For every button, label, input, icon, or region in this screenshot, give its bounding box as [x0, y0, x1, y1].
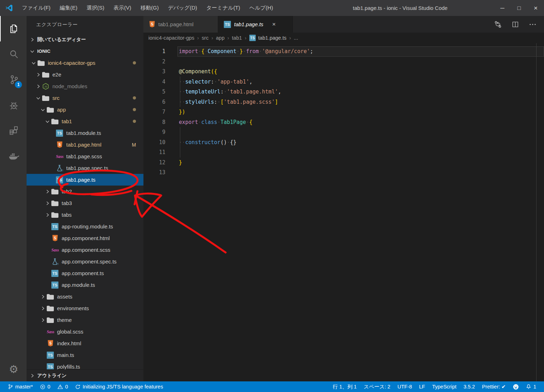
tree-item-polyfills.ts[interactable]: TSpolyfills.ts	[27, 361, 143, 369]
tree-item-label: app.component.spec.ts	[62, 259, 117, 265]
line-number: 1	[143, 46, 165, 57]
activitybar-docker[interactable]	[0, 143, 27, 169]
ts-file-icon: TS	[51, 223, 59, 230]
maximize-button[interactable]: □	[511, 0, 527, 16]
statusbar-right-item-3[interactable]: LF	[415, 381, 429, 392]
tree-item-index.html[interactable]: 5index.html	[27, 337, 143, 349]
statusbar-right-item-2[interactable]: UTF-8	[394, 381, 415, 392]
chevron-right-icon[interactable]	[35, 84, 42, 89]
html-file-icon: 5	[51, 235, 59, 242]
close-tab-icon[interactable]: ×	[272, 21, 276, 28]
activitybar-debug[interactable]	[0, 92, 27, 118]
activitybar-extensions[interactable]	[0, 118, 27, 143]
tree-item-main.ts[interactable]: TSmain.ts	[27, 349, 143, 361]
tree-item-tabs[interactable]: tabs	[27, 209, 143, 221]
tree-item-app.component.ts[interactable]: TSapp.component.ts	[27, 267, 143, 279]
tree-item-app[interactable]: app	[27, 104, 143, 115]
tree-item-tab1.module.ts[interactable]: TStab1.module.ts	[27, 127, 143, 139]
chevron-right-icon[interactable]	[35, 72, 42, 78]
chevron-right-icon[interactable]	[44, 212, 51, 218]
statusbar-right-item-5[interactable]: 3.5.2	[460, 381, 478, 392]
folder-file-icon	[46, 317, 54, 323]
activitybar-explorer[interactable]	[0, 16, 27, 41]
breadcrumb-app[interactable]: app	[216, 35, 225, 41]
tree-item-tab3[interactable]: tab3	[27, 197, 143, 209]
open-changes-button[interactable]	[494, 20, 502, 29]
breadcrumb-src[interactable]: src	[202, 35, 209, 41]
editor-tab-tab1.page.ts[interactable]: TStab1.page.ts×	[218, 16, 293, 33]
line-number: 4	[143, 77, 165, 87]
menu-2[interactable]: 選択(S)	[82, 0, 109, 16]
statusbar-left-branch[interactable]: master*	[4, 381, 36, 392]
tree-item-tab1.page.scss[interactable]: Sasstab1.page.scss	[27, 150, 143, 162]
code-line-7: 7})	[143, 107, 544, 117]
open-editors-section[interactable]: 開いているエディター	[27, 34, 143, 45]
tree-item-app.component.spec.ts[interactable]: TSapp.component.spec.ts	[27, 256, 143, 267]
statusbar-right-smiley[interactable]	[509, 381, 522, 392]
line-number: 6	[143, 97, 165, 107]
activitybar-settings[interactable]: ⚙	[0, 357, 27, 381]
chevron-down-icon[interactable]	[35, 95, 42, 101]
tree-item-ionic4-capacitor-gps[interactable]: ionic4-capacitor-gps	[27, 57, 143, 69]
statusbar-left-sync[interactable]: Initializing JS/TS language features	[72, 381, 166, 392]
menu-1[interactable]: 編集(E)	[55, 0, 82, 16]
chevron-right-icon[interactable]	[39, 317, 46, 323]
menu-0[interactable]: ファイル(F)	[17, 0, 55, 16]
tree-item-node_modules[interactable]: JSnode_modules	[27, 80, 143, 92]
statusbar-right-item-4[interactable]: TypeScript	[429, 381, 460, 392]
chevron-right-icon[interactable]	[39, 294, 46, 300]
activitybar-source-control[interactable]: 1	[0, 67, 27, 92]
tree-item-app.module.ts[interactable]: TSapp.module.ts	[27, 279, 143, 291]
statusbar-left-error[interactable]: 0	[36, 381, 54, 392]
menu-5[interactable]: デバッグ(D)	[163, 0, 202, 16]
tree-item-tab1[interactable]: tab1	[27, 115, 143, 127]
tree-item-theme[interactable]: theme	[27, 314, 143, 326]
chevron-down-icon[interactable]	[44, 119, 51, 124]
outline-section[interactable]: アウトライン	[27, 369, 143, 381]
tree-item-label: tab1.page.html	[66, 142, 101, 148]
chevron-down-icon[interactable]	[30, 60, 37, 66]
tree-item-environments[interactable]: environments	[27, 302, 143, 314]
statusbar-right-item-6[interactable]: Prettier: ✔	[478, 381, 509, 392]
statusbar-right-item-0[interactable]: 行 1、列 1	[329, 381, 360, 392]
vscode-window: ファイル(F)編集(E)選択(S)表示(V)移動(G)デバッグ(D)ターミナル(…	[0, 0, 544, 392]
breadcrumb-ionic4-capacitor-gps[interactable]: ionic4-capacitor-gps	[148, 35, 194, 41]
close-button[interactable]: ×	[527, 0, 544, 16]
breadcrumb-tab1[interactable]: tab1	[232, 35, 242, 41]
tree-item-e2e[interactable]: e2e	[27, 69, 143, 80]
code-editor[interactable]: 1import·{·Component·}·from·'@angular/cor…	[143, 43, 544, 381]
more-actions-button[interactable]	[528, 20, 537, 29]
tree-item-tab1.page.ts[interactable]: TStab1.page.ts	[27, 174, 143, 186]
chevron-right-icon[interactable]	[44, 189, 51, 194]
project-section[interactable]: IONIC	[27, 45, 143, 57]
code-line-11: 11	[143, 147, 544, 158]
split-editor-button[interactable]	[511, 21, 519, 28]
tree-item-assets[interactable]: assets	[27, 291, 143, 302]
breadcrumb-file[interactable]: TStab1.page.ts	[249, 35, 287, 41]
chevron-right-icon[interactable]	[39, 306, 46, 311]
tree-item-app-routing.module.ts[interactable]: TSapp-routing.module.ts	[27, 221, 143, 232]
docker-icon	[8, 152, 19, 160]
statusbar-right-item-1[interactable]: スペース: 2	[360, 381, 394, 392]
menu-6[interactable]: ターミナル(T)	[202, 0, 245, 16]
statusbar-right-bell[interactable]: 1	[522, 381, 540, 392]
chevron-right-icon[interactable]	[44, 200, 51, 206]
chevron-down-icon[interactable]	[39, 107, 46, 113]
menu-4[interactable]: 移動(G)	[136, 0, 164, 16]
menu-7[interactable]: ヘルプ(H)	[245, 0, 278, 16]
editor-tab-tab1.page.html[interactable]: 5tab1.page.html	[143, 16, 218, 33]
breadcrumb-more[interactable]: ...	[294, 35, 298, 41]
minimize-button[interactable]: ─	[494, 0, 511, 16]
tree-item-tab2[interactable]: tab2	[27, 186, 143, 197]
tree-item-app.component.scss[interactable]: Sassapp.component.scss	[27, 244, 143, 256]
tree-item-app.component.html[interactable]: 5app.component.html	[27, 232, 143, 244]
tree-item-src[interactable]: src	[27, 92, 143, 104]
tree-item-tab1.page.html[interactable]: 5tab1.page.htmlM	[27, 139, 143, 150]
activitybar-search[interactable]	[0, 41, 27, 67]
tree-item-global.scss[interactable]: Sassglobal.scss	[27, 326, 143, 337]
tree-item-tab1.page.spec.ts[interactable]: TStab1.page.spec.ts	[27, 162, 143, 174]
statusbar-left-warning[interactable]: 0	[54, 381, 72, 392]
menu-3[interactable]: 表示(V)	[109, 0, 136, 16]
statusbar-label: スペース: 2	[364, 384, 390, 390]
statusbar-label: UTF-8	[397, 384, 412, 390]
